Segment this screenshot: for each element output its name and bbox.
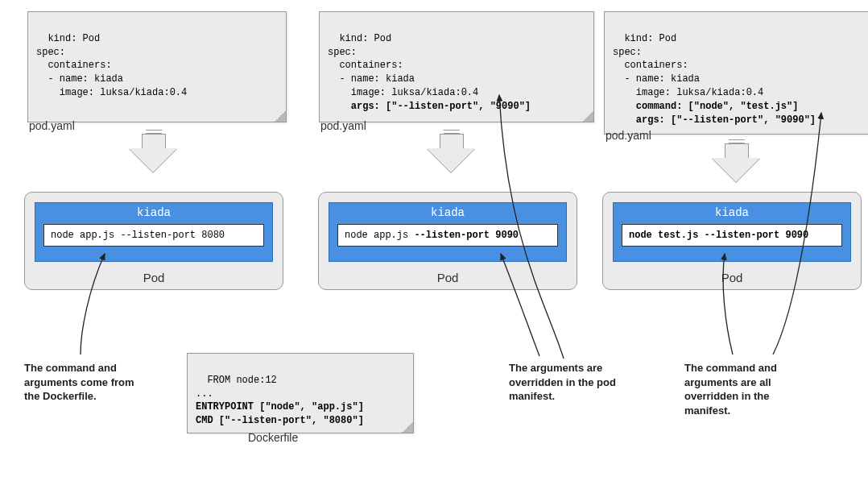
container-box-1: kiada node app.js --listen-port 8080: [35, 202, 273, 262]
pod-label-3: Pod: [603, 271, 861, 284]
yaml2-bold: args: ["--listen-port", "9090"]: [328, 101, 531, 112]
container-title-2: kiada: [329, 203, 566, 219]
arrow2-body: [440, 134, 464, 149]
pod-box-1: kiada node app.js --listen-port 8080 Pod: [24, 192, 283, 290]
arrow3-head: [712, 158, 760, 182]
caption-2: The arguments are overridden in the pod …: [509, 361, 616, 404]
pod-label-2: Pod: [319, 271, 577, 284]
arrow2-head: [427, 148, 475, 172]
arrow3-body: [725, 143, 749, 159]
yaml1-text: kind: Pod spec: containers: - name: kiad…: [36, 33, 187, 98]
caption-3: The command and arguments are all overri…: [684, 361, 777, 417]
container-title-3: kiada: [614, 203, 850, 219]
cmd2-bold: --listen-port 9090: [414, 230, 519, 241]
cmd-box-2: node app.js --listen-port 9090: [337, 224, 558, 247]
dockerfile-label: Dockerfile: [248, 431, 298, 444]
pod-label-1: Pod: [25, 271, 283, 284]
dockerfile-box: FROM node:12 ... ENTRYPOINT ["node", "ap…: [187, 353, 414, 433]
yaml2-plain: kind: Pod spec: containers: - name: kiad…: [328, 33, 478, 98]
yaml3-bold: command: ["node", "test.js"] args: ["--l…: [613, 101, 816, 126]
pod-box-2: kiada node app.js --listen-port 9090 Pod: [318, 192, 577, 290]
pod-box-3: kiada node test.js --listen-port 9090 Po…: [602, 192, 862, 290]
cmd2-plain: node app.js: [345, 230, 414, 241]
file-label-2: pod.yaml: [320, 119, 366, 132]
file-label-1: pod.yaml: [29, 119, 75, 132]
yaml3-plain: kind: Pod spec: containers: - name: kiad…: [613, 33, 763, 98]
container-box-2: kiada node app.js --listen-port 9090: [329, 202, 567, 262]
container-box-3: kiada node test.js --listen-port 9090: [613, 202, 851, 262]
cmd-box-3: node test.js --listen-port 9090: [622, 224, 842, 247]
caption-1: The command and arguments come from the …: [24, 361, 134, 404]
yaml-box-3: kind: Pod spec: containers: - name: kiad…: [604, 11, 868, 135]
dockerfile-text: FROM node:12 ... ENTRYPOINT ["node", "ap…: [196, 375, 364, 426]
yaml-box-2: kind: Pod spec: containers: - name: kiad…: [319, 11, 594, 122]
arrow1-head: [129, 148, 177, 172]
yaml-box-1: kind: Pod spec: containers: - name: kiad…: [27, 11, 287, 122]
container-title-1: kiada: [35, 203, 272, 219]
file-label-3: pod.yaml: [606, 129, 651, 142]
cmd-box-1: node app.js --listen-port 8080: [43, 224, 264, 247]
arrow1-body: [142, 134, 166, 149]
